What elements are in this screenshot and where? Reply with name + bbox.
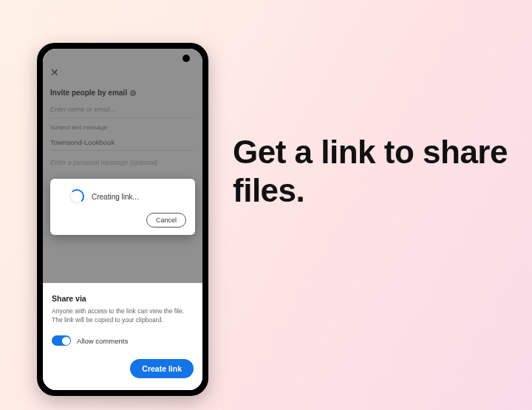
cancel-button[interactable]: Cancel <box>146 213 186 228</box>
allow-comments-label: Allow comments <box>77 337 128 345</box>
phone-camera-cutout <box>183 55 190 62</box>
share-via-sheet: Share via Anyone with access to the link… <box>43 283 202 390</box>
share-via-title: Share via <box>52 294 194 303</box>
creating-link-dialog: Creating link... Cancel <box>50 179 195 235</box>
create-link-button[interactable]: Create link <box>130 359 194 378</box>
creating-link-status: Creating link... <box>92 193 139 201</box>
phone-screen: ✕ Invite people by email i Enter name or… <box>43 49 202 390</box>
share-via-description: Anyone with access to the link can view … <box>52 307 194 325</box>
promo-headline: Get a link to share files. <box>233 133 514 210</box>
allow-comments-toggle[interactable] <box>52 335 71 346</box>
spinner-icon <box>69 189 84 204</box>
phone-frame: ✕ Invite people by email i Enter name or… <box>37 43 208 396</box>
